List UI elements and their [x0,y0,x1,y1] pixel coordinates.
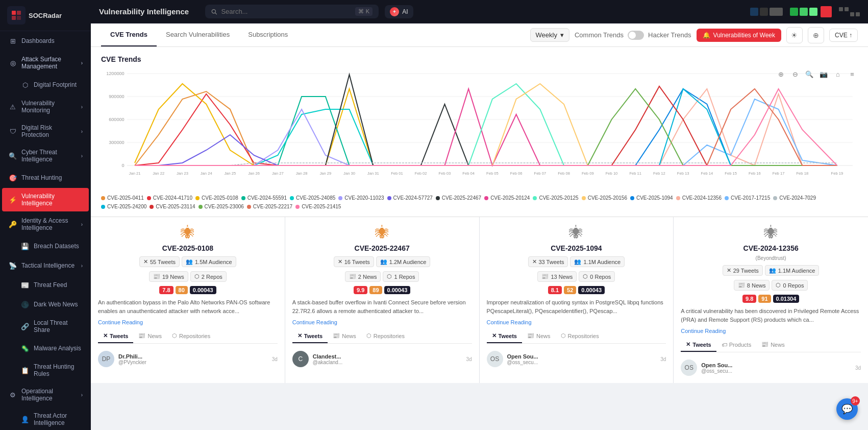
page-title: Vulnerability Intelligence [99,7,189,16]
continue-reading-2[interactable]: Continue Reading [487,319,666,325]
legend-dot [150,205,154,209]
sidebar-item-dashboards[interactable]: ⊞ Dashboards [2,32,89,50]
legend-item-2: CVE-2025-0108 [195,195,238,201]
ai-label: AI [402,8,408,15]
tab-search-vuln[interactable]: Search Vulnerabilities [157,23,239,46]
card-tab-repos-1[interactable]: ⬡ Repositories [361,329,410,343]
card-tab-repos-0[interactable]: ⬡ Repositories [167,329,215,343]
legend-dot [101,205,105,209]
tweet-handle-0: @PVynckier [118,360,268,365]
legend-dot [630,196,634,200]
search-input[interactable] [221,8,351,15]
audience-badge-1: 👥 1.2M Audience [376,256,431,267]
period-selector[interactable]: Weekly ▾ [530,28,569,42]
card-tab-news-0[interactable]: 📰 News [133,329,167,343]
sidebar-item-vulnerability-intel[interactable]: ⚡ Vulnerability Intelligence [2,188,89,211]
card-tab-news-3[interactable]: 📰 News [756,338,790,352]
tab-cve-trends[interactable]: CVE Trends [101,23,157,46]
repos-icon-3: ⬡ [776,282,781,289]
zoom-in-button[interactable]: ⊕ [775,68,786,80]
sidebar-item-malware-analysis[interactable]: 🦠 Malware Analysis [2,339,89,357]
camera-button[interactable]: 📷 [818,68,829,80]
continue-reading-3[interactable]: Continue Reading [681,328,861,334]
sidebar-item-threat-hunting[interactable]: 🎯 Threat Hunting [2,169,89,187]
continue-reading-1[interactable]: Continue Reading [292,319,472,325]
continue-reading-0[interactable]: Continue Reading [98,319,278,325]
legend-item-5: CVE-2020-11023 [338,195,384,201]
threat-actor-icon: 👤 [20,415,30,424]
card-tab-tweets-0[interactable]: ✕ Tweets [98,329,133,343]
avatar-0: DP [98,351,114,367]
x-icon-3: ✕ [727,267,731,274]
btn-alert-label: Vulnerabilities of Week [713,32,775,39]
stat-row-3b: 📰 8 News ⬡ 0 Repos [681,280,861,291]
sidebar-item-tactical-intel[interactable]: 📡 Tactical Intelligence › [2,256,89,275]
legend-dot [676,196,680,200]
tweet-time-0: 3d [272,356,278,362]
ai-button[interactable]: ✦ AI [385,5,413,18]
cve-filter-button[interactable]: CVE ↑ [829,29,858,42]
avatar-2: OS [487,351,503,367]
cve-desc-3: A critical vulnerability has been discov… [681,307,861,324]
menu-button[interactable]: ≡ [847,68,858,80]
tab-subscriptions[interactable]: Subscriptions [239,23,297,46]
sidebar-item-label: Malware Analysis [34,345,81,352]
operational-icon: ⚙ [8,390,17,399]
svg-rect-6 [823,8,830,15]
sidebar-item-threat-actor[interactable]: 👤 Threat Actor Intelligence [2,408,89,430]
news-badge-1: 📰 2 News [345,271,381,282]
cve-card-header-3: 🕷 CVE-2024-12356 (Beyondtrust) [681,224,861,261]
vulnerabilities-week-button[interactable]: 🔔 Vulnerabilities of Week [697,29,781,42]
svg-text:Feb 02: Feb 02 [415,171,427,176]
legend-dot [436,196,440,200]
card-tab-news-2[interactable]: 📰 News [522,329,556,343]
cve-id-1: CVE-2025-22467 [355,244,410,252]
sidebar-item-threat-feed[interactable]: 📰 Threat Feed [2,276,89,294]
bug-icon-1: 🕷 [375,224,389,241]
logo-icon[interactable] [7,6,26,25]
plus-icon-button[interactable]: ⊕ [808,27,824,43]
chart-wrap: ⊕ ⊖ 🔍 📷 ⌂ ≡ 1200000 900000 [101,68,858,191]
chevron-icon: › [81,392,83,398]
search-chart-button[interactable]: 🔍 [804,68,815,80]
svg-text:Feb 10: Feb 10 [606,171,618,176]
sidebar-item-dark-web[interactable]: 🌑 Dark Web News [2,295,89,314]
card-tab-tweets-2[interactable]: ✕ Tweets [487,329,522,343]
card-tab-products-3[interactable]: 🏷 Products [716,338,756,352]
sidebar-item-vulnerability-monitoring[interactable]: ⚠ Vulnerability Monitoring › [2,95,89,118]
hacker-trends-toggle[interactable] [628,31,644,40]
sidebar-item-threat-hunting-rules[interactable]: 📋 Threat Hunting Rules [2,359,89,382]
svg-text:Feb 06: Feb 06 [510,171,523,176]
card-tab-tweets-1[interactable]: ✕ Tweets [292,329,328,343]
audience-icon-0: 👥 [186,258,193,265]
x-icon-2: ✕ [532,258,537,265]
user-avatar[interactable] [821,6,832,17]
home-button[interactable]: ⌂ [832,68,844,80]
sidebar-item-local-threat[interactable]: 🔗 Local Threat Share [2,315,89,338]
score-row-2: 8.1 52 0.00043 [487,286,666,294]
sidebar-item-breach-datasets[interactable]: 💾 Breach Datasets [2,237,89,255]
svg-text:900000: 900000 [109,94,124,99]
svg-text:Jan 29: Jan 29 [319,171,331,176]
svg-rect-1 [17,11,21,15]
sidebar-item-digital-risk[interactable]: 🛡 Digital Risk Protection › [2,120,89,143]
sun-icon-button[interactable]: ☀ [786,27,803,43]
card-tab-repos-2[interactable]: ⬡ Repositories [556,329,604,343]
card-tab-news-1[interactable]: 📰 News [328,329,361,343]
zoom-out-button[interactable]: ⊖ [789,68,801,80]
svg-text:600000: 600000 [109,117,124,122]
sidebar-item-cyber-threat[interactable]: 🔍 Cyber Threat Intelligence › [2,144,89,168]
sidebar-item-label: Digital Footprint [34,81,77,88]
search-icon [211,8,217,15]
sidebar-item-identity-access[interactable]: 🔑 Identity & Access Intelligence › [2,212,89,236]
chat-notification-bubble[interactable]: 💬 9+ [836,398,858,420]
legend-item-9: CVE-2025-20125 [533,195,578,201]
sidebar-item-attack-surface[interactable]: ◎ Attack Surface Management › [2,51,89,75]
search-bar[interactable]: ⌘ K [205,5,379,18]
sidebar-item-digital-footprint[interactable]: ⬡ Digital Footprint [2,76,89,94]
stat-row-1: ✕ 16 Tweets 👥 1.2M Audience [292,256,472,267]
sidebar-item-operational-intel[interactable]: ⚙ Operational Intelligence › [2,383,89,407]
legend-dot [147,196,151,200]
score2-1: 89 [369,286,382,294]
card-tab-tweets-3[interactable]: ✕ Tweets [681,338,716,352]
